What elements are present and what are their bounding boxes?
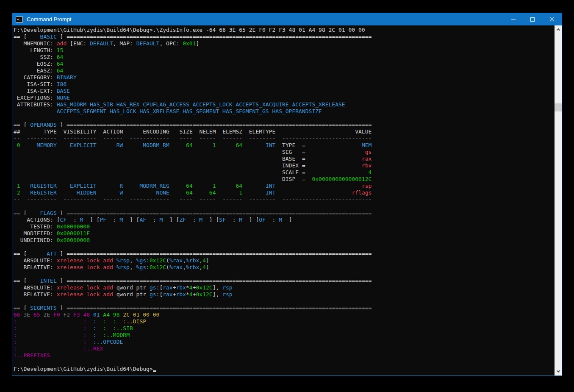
window-title: Command Prompt (27, 16, 71, 22)
terminal-line: == [ ATT ] =============================… (14, 250, 554, 257)
terminal-line: ACCEPTS_SEGMENT HAS_LOCK HAS_XRELEASE HA… (14, 108, 554, 115)
terminal-line: ABSOLUTE: xrelease lock add qword ptr gs… (14, 284, 554, 291)
terminal-line (14, 271, 554, 278)
terminal-line: 0 MEMORY EXPLICIT RW MODRM_RM 64 1 64 IN… (14, 142, 554, 149)
terminal-output[interactable]: F:\Development\GitHub\zydis\Build64\Debu… (13, 26, 554, 375)
terminal-line: SEG = gs (14, 149, 554, 156)
scroll-up-button[interactable] (555, 26, 562, 33)
terminal-line: : :..REX (14, 345, 554, 352)
terminal-line: DISP = 0x000000000000012C (14, 176, 554, 183)
terminal-line: MODIFIED: 0x0000011F (14, 230, 554, 237)
terminal-line: == [ OPERANDS ] ========================… (14, 122, 554, 128)
terminal-line: 1 REGISTER EXPLICIT R MODRM_REG 64 1 64 … (14, 183, 554, 189)
terminal-line: ABSOLUTE: xrelease lock add %rsp, %gs:0x… (14, 257, 554, 264)
window-controls (503, 13, 562, 25)
close-icon (549, 17, 555, 22)
maximize-icon (530, 17, 535, 22)
scroll-down-button[interactable] (555, 368, 562, 375)
terminal-line: EXCEPTIONS: NONE (14, 95, 554, 101)
terminal-line: == [ FLAGS ] ===========================… (14, 210, 554, 217)
terminal-line: -- --------- ---------- ------ ---------… (14, 135, 554, 142)
terminal-line: -- --------- ---------- ------ ---------… (14, 196, 554, 203)
terminal-line: == [ SEGMENTS ] ========================… (14, 305, 554, 311)
terminal-line: : : : :..MODRM (14, 332, 554, 339)
terminal-line (14, 244, 554, 250)
chevron-up-icon (556, 28, 560, 32)
terminal-line: F:\Development\GitHub\zydis\Build64\Debu… (14, 366, 554, 373)
minimize-icon (511, 19, 516, 19)
terminal-line: : : : : :..SIB (14, 325, 554, 332)
terminal-line: ATTRIBUTES: HAS_MODRM HAS_SIB HAS_REX CP… (14, 101, 554, 108)
terminal-line (14, 115, 554, 122)
terminal-line: : : :..OPCODE (14, 339, 554, 345)
terminal-line: == [ INTEL ] ===========================… (14, 278, 554, 284)
cmd-icon (16, 17, 22, 22)
terminal-line: : : : : : :..DISP (14, 318, 554, 325)
terminal-line: SSZ: 64 (14, 54, 554, 61)
terminal-line: ACTIONS: [CF : M ] [PF : M ] [AF : M ] [… (14, 217, 554, 223)
maximize-button[interactable] (523, 13, 542, 25)
terminal-line: LENGTH: 15 (14, 47, 554, 54)
terminal-line: 66 3E 65 2E F0 F2 F3 48 01 A4 98 2C 01 0… (14, 311, 554, 318)
terminal-line: UNDEFINED: 0x00000000 (14, 237, 554, 244)
terminal-line (14, 298, 554, 305)
terminal-line: EOSZ: 64 (14, 61, 554, 67)
terminal-line: MNEMONIC: add [ENC: DEFAULT, MAP: DEFAUL… (14, 40, 554, 47)
terminal-line: INDEX = rbx (14, 162, 554, 169)
terminal-line: == [ BASIC ] ===========================… (14, 33, 554, 40)
terminal-line: BASE = rax (14, 156, 554, 162)
vertical-scrollbar[interactable] (555, 25, 562, 375)
close-button[interactable] (542, 13, 562, 25)
title-bar[interactable]: Command Prompt (12, 13, 562, 25)
terminal-line: SCALE = 4 (14, 169, 554, 176)
terminal-line: ISA-SET: I86 (14, 81, 554, 88)
chevron-down-icon (556, 369, 560, 373)
terminal-line: RELATIVE: xrelease lock add qword ptr gs… (14, 291, 554, 298)
terminal-line (14, 203, 554, 210)
terminal-line: RELATIVE: xrelease lock add %rsp, %gs:0x… (14, 264, 554, 271)
terminal-line: EASZ: 64 (14, 67, 554, 74)
scrollbar-thumb[interactable] (555, 103, 562, 111)
terminal-line: ISA-EXT: BASE (14, 88, 554, 95)
terminal-line: CATEGORY: BINARY (14, 74, 554, 81)
terminal-line: TESTED: 0x00000000 (14, 223, 554, 230)
command-prompt-window: Command Prompt F:\Development\GitHub\zyd… (12, 13, 562, 376)
terminal-line: ## TYPE VISIBILITY ACTION ENCODING SIZE … (14, 128, 554, 135)
terminal-line: 2 REGISTER HIDDEN W NONE 64 64 1 INT rfl… (14, 189, 554, 196)
minimize-button[interactable] (503, 13, 523, 25)
terminal-line: F:\Development\GitHub\zydis\Build64\Debu… (14, 27, 554, 33)
terminal-line: :..PREFIXES (14, 352, 554, 359)
terminal-line (14, 359, 554, 366)
